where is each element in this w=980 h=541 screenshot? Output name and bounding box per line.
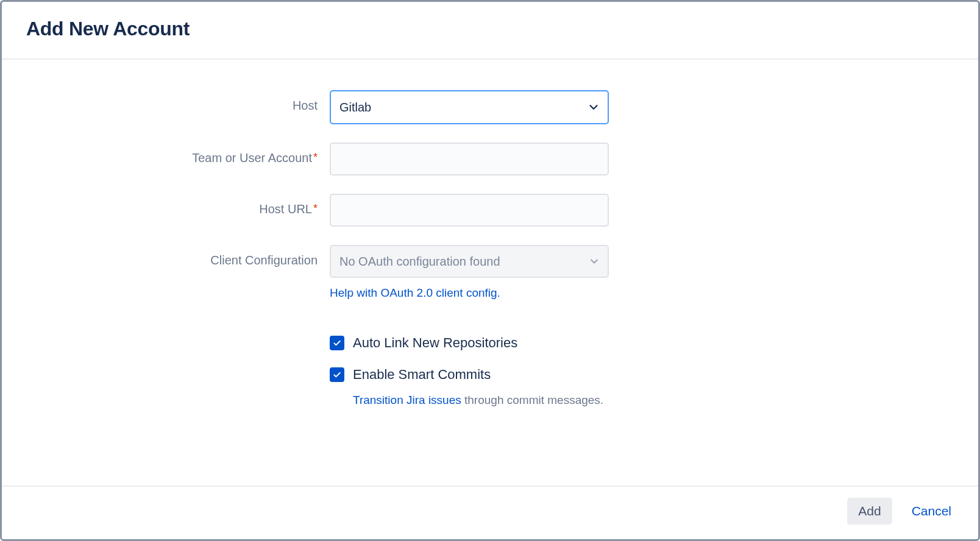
label-client-config: Client Configuration [210,253,318,267]
client-config-select[interactable]: No OAuth configuration found [330,245,609,278]
label-team-or-user: Team or User Account [192,151,312,164]
team-or-user-input[interactable] [330,143,609,175]
label-host-url: Host URL [259,202,312,216]
smart-commits-hint-rest: through commit messages. [461,394,603,406]
client-config-value: No OAuth configuration found [339,255,500,269]
host-url-input[interactable] [330,194,609,227]
oauth-help-link[interactable]: Help with OAuth 2.0 client config. [330,286,500,299]
auto-link-label[interactable]: Auto Link New Repositories [353,335,517,351]
row-host: Host Gitlab [26,90,954,124]
row-client-config: Client Configuration No OAuth configurat… [26,245,954,300]
required-asterisk: * [313,202,318,214]
row-team-or-user: Team or User Account* [26,143,954,175]
add-new-account-dialog: Add New Account Host Gitlab [0,0,980,541]
row-host-url: Host URL* [26,194,954,227]
dialog-body: Host Gitlab Team or User Account* [2,60,978,486]
cancel-button[interactable]: Cancel [909,498,954,525]
dialog-footer: Add Cancel [2,486,978,539]
label-host: Host [293,99,318,112]
smart-commits-checkbox[interactable] [330,367,344,382]
host-select-value: Gitlab [339,101,371,115]
checkbox-smart-commits-row: Enable Smart Commits [330,367,603,383]
dialog-header: Add New Account [2,2,978,60]
auto-link-checkbox[interactable] [330,336,344,350]
checkbox-auto-link-row: Auto Link New Repositories [330,335,603,351]
dialog-title: Add New Account [26,18,954,40]
smart-commits-hint: Transition Jira issues through commit me… [330,394,603,407]
host-select[interactable]: Gitlab [330,90,609,124]
row-auto-link: Auto Link New Repositories Enable Smart … [26,331,954,407]
transition-issues-link[interactable]: Transition Jira issues [353,394,461,406]
required-asterisk: * [313,151,318,163]
smart-commits-label[interactable]: Enable Smart Commits [353,367,491,383]
add-button[interactable]: Add [847,498,892,525]
